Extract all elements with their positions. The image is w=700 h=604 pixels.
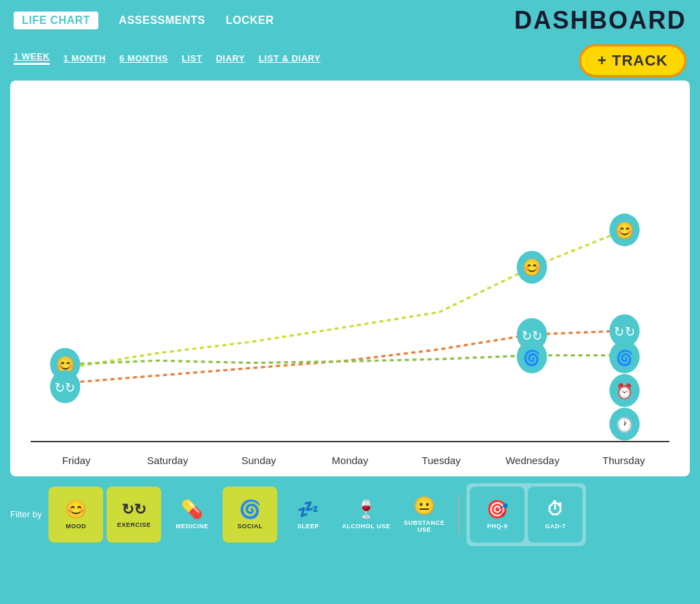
substance-label: SUBSTANCE USE <box>397 519 451 533</box>
tab-diary[interactable]: DIARY <box>216 53 244 63</box>
tab-list[interactable]: LIST <box>182 53 202 63</box>
day-wednesday: Wednesday <box>487 455 578 466</box>
gad7-label: GAD-7 <box>545 523 566 530</box>
medicine-label: MEDICINE <box>176 523 208 530</box>
gad7-icon: ⏱ <box>546 499 565 520</box>
nav-locker[interactable]: LOCKER <box>226 14 275 27</box>
filter-label: Filter by <box>10 509 42 519</box>
page-title: DASHBOARD <box>514 6 686 35</box>
day-labels: Friday Saturday Sunday Monday Tuesday We… <box>10 455 690 466</box>
social-label: SOCIAL <box>238 523 263 530</box>
exercise-icon: ↻↻ <box>122 501 147 519</box>
filter-gad7[interactable]: ⏱ GAD-7 <box>528 487 583 543</box>
svg-text:↻↻: ↻↻ <box>614 325 635 340</box>
filter-items: 😊 MOOD ↻↻ EXERCISE 💊 MEDICINE 🌀 SOCIAL 💤… <box>48 483 690 546</box>
filter-sleep[interactable]: 💤 SLEEP <box>281 487 335 543</box>
filter-divider <box>458 494 460 535</box>
mood-label: MOOD <box>66 523 86 530</box>
svg-text:😊: 😊 <box>615 220 634 240</box>
filter-mood[interactable]: 😊 MOOD <box>48 487 103 543</box>
sub-nav: 1 WEEK 1 MONTH 6 MONTHS LIST DIARY LIST … <box>0 41 700 75</box>
sleep-icon: 💤 <box>297 499 320 520</box>
svg-text:🌀: 🌀 <box>523 349 541 367</box>
x-axis-line <box>31 441 669 442</box>
tab-1month[interactable]: 1 MONTH <box>64 53 106 63</box>
main-nav: LIFE CHART ASSESSMENTS LOCKER <box>14 12 274 29</box>
filter-substance[interactable]: 😐 SUBSTANCE USE <box>397 487 451 543</box>
svg-text:⏰: ⏰ <box>616 382 634 401</box>
day-friday: Friday <box>31 455 122 466</box>
assessment-filter-group: 🎯 PHQ-9 ⏱ GAD-7 <box>466 483 586 546</box>
header: LIFE CHART ASSESSMENTS LOCKER DASHBOARD <box>0 0 700 41</box>
exercise-label: EXERCISE <box>117 521 151 528</box>
svg-text:😊: 😊 <box>522 257 542 277</box>
phq9-icon: 🎯 <box>486 499 509 520</box>
nav-assessments[interactable]: ASSESSMENTS <box>119 14 205 27</box>
medicine-icon: 💊 <box>181 499 204 520</box>
alcohol-icon: 🍷 <box>355 499 378 520</box>
phq9-label: PHQ-9 <box>487 523 507 530</box>
chart-svg: 😊 😊 😊 ↻↻ ↻↻ ↻↻ 🌀 🌀 ⏰ 🕐 <box>10 81 690 476</box>
alcohol-label: ALCOHOL USE <box>342 523 391 530</box>
substance-icon: 😐 <box>413 495 436 517</box>
day-tuesday: Tuesday <box>395 455 487 466</box>
mood-icon: 😊 <box>65 499 87 520</box>
filter-exercise[interactable]: ↻↻ EXERCISE <box>107 487 161 543</box>
nav-life-chart[interactable]: LIFE CHART <box>14 12 98 29</box>
tab-6months[interactable]: 6 MONTHS <box>120 53 168 63</box>
svg-text:↻↻: ↻↻ <box>55 381 76 396</box>
sleep-label: SLEEP <box>297 523 319 530</box>
filter-phq9[interactable]: 🎯 PHQ-9 <box>470 487 524 543</box>
filter-social[interactable]: 🌀 SOCIAL <box>223 487 277 543</box>
day-thursday: Thursday <box>578 455 669 466</box>
filter-medicine[interactable]: 💊 MEDICINE <box>165 487 219 543</box>
filter-bar: Filter by 😊 MOOD ↻↻ EXERCISE 💊 MEDICINE … <box>0 482 700 547</box>
svg-text:🕐: 🕐 <box>616 416 634 434</box>
svg-text:🌀: 🌀 <box>616 349 634 367</box>
track-button[interactable]: + TRACK <box>579 44 686 77</box>
social-icon: 🌀 <box>239 499 262 520</box>
filter-alcohol[interactable]: 🍷 ALCOHOL USE <box>339 487 393 543</box>
day-sunday: Sunday <box>213 455 305 466</box>
tab-list-diary[interactable]: LIST & DIARY <box>259 53 321 63</box>
chart-area: 😊 😊 😊 ↻↻ ↻↻ ↻↻ 🌀 🌀 ⏰ 🕐 Friday <box>10 81 690 476</box>
day-monday: Monday <box>305 455 396 466</box>
tab-1week[interactable]: 1 WEEK <box>14 51 50 65</box>
day-saturday: Saturday <box>122 455 214 466</box>
